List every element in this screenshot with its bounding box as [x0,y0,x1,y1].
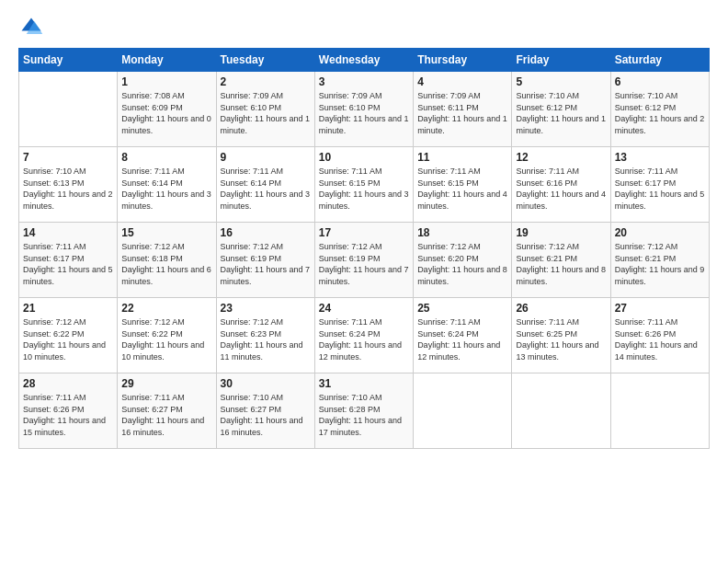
calendar-week: 28Sunrise: 7:11 AMSunset: 6:26 PMDayligh… [19,373,710,449]
weekday-header: Saturday [610,49,709,72]
day-info: Sunrise: 7:10 AMSunset: 6:12 PMDaylight:… [516,90,606,136]
calendar-cell: 22Sunrise: 7:12 AMSunset: 6:22 PMDayligh… [118,298,216,373]
day-number: 22 [121,302,211,315]
day-info: Sunrise: 7:08 AMSunset: 6:09 PMDaylight:… [121,90,211,136]
calendar-cell: 30Sunrise: 7:10 AMSunset: 6:27 PMDayligh… [216,373,314,449]
calendar-cell: 18Sunrise: 7:12 AMSunset: 6:20 PMDayligh… [414,223,512,298]
day-info: Sunrise: 7:11 AMSunset: 6:24 PMDaylight:… [417,316,507,362]
day-number: 11 [417,151,507,164]
day-info: Sunrise: 7:10 AMSunset: 6:27 PMDaylight:… [221,392,311,438]
day-info: Sunrise: 7:09 AMSunset: 6:10 PMDaylight:… [319,90,409,136]
day-info: Sunrise: 7:11 AMSunset: 6:14 PMDaylight:… [221,166,311,212]
calendar-cell: 25Sunrise: 7:11 AMSunset: 6:24 PMDayligh… [414,298,512,373]
day-number: 16 [221,226,311,239]
day-info: Sunrise: 7:11 AMSunset: 6:24 PMDaylight:… [319,316,409,362]
day-number: 8 [121,151,211,164]
calendar-cell: 29Sunrise: 7:11 AMSunset: 6:27 PMDayligh… [118,373,216,449]
logo [18,15,48,40]
day-number: 5 [516,75,606,88]
day-number: 27 [615,302,705,315]
day-number: 2 [221,75,311,88]
calendar-cell: 19Sunrise: 7:12 AMSunset: 6:21 PMDayligh… [512,223,610,298]
weekday-header: Wednesday [314,49,413,72]
day-info: Sunrise: 7:11 AMSunset: 6:26 PMDaylight:… [23,392,113,438]
day-info: Sunrise: 7:11 AMSunset: 6:26 PMDaylight:… [615,316,705,362]
calendar-cell: 24Sunrise: 7:11 AMSunset: 6:24 PMDayligh… [314,298,413,373]
day-info: Sunrise: 7:10 AMSunset: 6:12 PMDaylight:… [615,90,705,136]
day-number: 10 [319,151,409,164]
calendar-cell: 17Sunrise: 7:12 AMSunset: 6:19 PMDayligh… [314,223,413,298]
calendar-cell: 11Sunrise: 7:11 AMSunset: 6:15 PMDayligh… [414,147,512,223]
day-number: 29 [121,377,211,390]
day-number: 14 [23,226,113,239]
calendar-cell: 26Sunrise: 7:11 AMSunset: 6:25 PMDayligh… [512,298,610,373]
day-info: Sunrise: 7:12 AMSunset: 6:22 PMDaylight:… [121,316,211,362]
day-number: 21 [23,302,113,315]
day-number: 9 [221,151,311,164]
weekday-header: Monday [118,49,216,72]
calendar-cell: 23Sunrise: 7:12 AMSunset: 6:23 PMDayligh… [216,298,314,373]
calendar-cell [512,373,610,449]
weekday-header: Thursday [414,49,512,72]
day-info: Sunrise: 7:11 AMSunset: 6:15 PMDaylight:… [417,166,507,212]
day-info: Sunrise: 7:11 AMSunset: 6:16 PMDaylight:… [516,166,606,212]
day-info: Sunrise: 7:09 AMSunset: 6:10 PMDaylight:… [221,90,311,136]
day-number: 7 [23,151,113,164]
day-info: Sunrise: 7:12 AMSunset: 6:20 PMDaylight:… [417,241,507,287]
day-number: 24 [319,302,409,315]
calendar-table: SundayMondayTuesdayWednesdayThursdayFrid… [18,48,710,449]
day-info: Sunrise: 7:12 AMSunset: 6:21 PMDaylight:… [615,241,705,287]
calendar-cell: 15Sunrise: 7:12 AMSunset: 6:18 PMDayligh… [118,223,216,298]
calendar-cell [19,72,118,147]
calendar-week: 21Sunrise: 7:12 AMSunset: 6:22 PMDayligh… [19,298,710,373]
day-info: Sunrise: 7:11 AMSunset: 6:14 PMDaylight:… [121,166,211,212]
day-number: 28 [23,377,113,390]
calendar-cell: 4Sunrise: 7:09 AMSunset: 6:11 PMDaylight… [414,72,512,147]
calendar-cell: 10Sunrise: 7:11 AMSunset: 6:15 PMDayligh… [314,147,413,223]
day-info: Sunrise: 7:12 AMSunset: 6:22 PMDaylight:… [23,316,113,362]
weekday-header: Sunday [19,49,118,72]
calendar-cell [610,373,709,449]
day-number: 19 [516,226,606,239]
calendar-cell: 28Sunrise: 7:11 AMSunset: 6:26 PMDayligh… [19,373,118,449]
day-number: 30 [221,377,311,390]
day-info: Sunrise: 7:11 AMSunset: 6:17 PMDaylight:… [23,241,113,287]
day-number: 23 [221,302,311,315]
calendar-cell: 9Sunrise: 7:11 AMSunset: 6:14 PMDaylight… [216,147,314,223]
day-info: Sunrise: 7:12 AMSunset: 6:23 PMDaylight:… [221,316,311,362]
day-info: Sunrise: 7:09 AMSunset: 6:11 PMDaylight:… [417,90,507,136]
day-info: Sunrise: 7:10 AMSunset: 6:28 PMDaylight:… [319,392,409,438]
calendar-header: SundayMondayTuesdayWednesdayThursdayFrid… [19,49,710,72]
day-info: Sunrise: 7:11 AMSunset: 6:25 PMDaylight:… [516,316,606,362]
day-number: 25 [417,302,507,315]
day-number: 1 [121,75,211,88]
logo-icon [18,15,44,40]
calendar-cell: 8Sunrise: 7:11 AMSunset: 6:14 PMDaylight… [118,147,216,223]
calendar-cell: 16Sunrise: 7:12 AMSunset: 6:19 PMDayligh… [216,223,314,298]
calendar-cell: 5Sunrise: 7:10 AMSunset: 6:12 PMDaylight… [512,72,610,147]
calendar-cell: 7Sunrise: 7:10 AMSunset: 6:13 PMDaylight… [19,147,118,223]
day-info: Sunrise: 7:11 AMSunset: 6:15 PMDaylight:… [319,166,409,212]
day-info: Sunrise: 7:12 AMSunset: 6:18 PMDaylight:… [121,241,211,287]
day-number: 12 [516,151,606,164]
calendar-cell: 12Sunrise: 7:11 AMSunset: 6:16 PMDayligh… [512,147,610,223]
day-number: 26 [516,302,606,315]
weekday-header: Friday [512,49,610,72]
calendar-cell: 20Sunrise: 7:12 AMSunset: 6:21 PMDayligh… [610,223,709,298]
day-number: 3 [319,75,409,88]
day-number: 31 [319,377,409,390]
calendar-week: 7Sunrise: 7:10 AMSunset: 6:13 PMDaylight… [19,147,710,223]
day-info: Sunrise: 7:12 AMSunset: 6:19 PMDaylight:… [319,241,409,287]
calendar-cell: 27Sunrise: 7:11 AMSunset: 6:26 PMDayligh… [610,298,709,373]
day-info: Sunrise: 7:10 AMSunset: 6:13 PMDaylight:… [23,166,113,212]
calendar-week: 1Sunrise: 7:08 AMSunset: 6:09 PMDaylight… [19,72,710,147]
day-number: 18 [417,226,507,239]
day-info: Sunrise: 7:11 AMSunset: 6:17 PMDaylight:… [615,166,705,212]
calendar-cell: 21Sunrise: 7:12 AMSunset: 6:22 PMDayligh… [19,298,118,373]
calendar-cell: 6Sunrise: 7:10 AMSunset: 6:12 PMDaylight… [610,72,709,147]
calendar-cell: 3Sunrise: 7:09 AMSunset: 6:10 PMDaylight… [314,72,413,147]
day-number: 13 [615,151,705,164]
calendar-week: 14Sunrise: 7:11 AMSunset: 6:17 PMDayligh… [19,223,710,298]
day-number: 4 [417,75,507,88]
weekday-header: Tuesday [216,49,314,72]
